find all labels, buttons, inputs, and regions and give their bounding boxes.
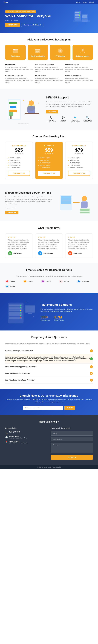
help-grid: Contact Sales 📞 1 (234) 456 9895 🕐 Servi… [5, 427, 93, 460]
stat-number-growth: 300+ [40, 315, 50, 320]
contact-chat: 💬 Chat us Live Chat [58, 116, 69, 122]
navigation: logo Home About Contact [0, 0, 98, 4]
plan-features-business: Unlimited Support 50GB hard drive 2 Own … [68, 156, 90, 169]
nav-about[interactable]: About [83, 1, 86, 3]
nav-contact[interactable]: Contact [89, 1, 94, 3]
feature-item: Email Integrations [68, 164, 90, 166]
plan-name-baby: BABY PLAN [38, 145, 60, 147]
testimonials-title: What People Say? [5, 226, 93, 230]
testimonial-author-0: SL Sheila Larson [8, 251, 30, 255]
svg-point-20 [14, 49, 15, 50]
os-grid-2: 💠 Fedora [5, 284, 93, 288]
svg-text:✦: ✦ [38, 102, 39, 104]
avatar-1: NS [38, 251, 42, 255]
help-submit-button[interactable]: Get Started [51, 455, 93, 460]
faq-item-2[interactable]: What are the hosting packages you offer?… [5, 364, 93, 370]
vps-label: VPS hosting [52, 55, 68, 57]
hero-section: ⚡ Don't miss limited-time savings. Savin… [0, 4, 98, 33]
faq-toggle-0[interactable]: + [90, 350, 93, 352]
choose-hatching-button[interactable]: CHOOSE PLAN [8, 171, 30, 176]
faq-toggle-2[interactable]: + [90, 365, 93, 368]
contact-answers: 🔍 Find answers KnowledgeBase [82, 116, 93, 122]
logo: logo [4, 1, 8, 3]
os-section: Free OS Setup for Dedicated Servers Need… [0, 263, 98, 294]
plan-card-web[interactable]: Web hosting [5, 45, 26, 60]
faq-toggle-1[interactable]: − [90, 358, 93, 360]
ubuntu-icon: 🟠 [23, 280, 27, 283]
get-started-button[interactable]: GET STARTED [5, 23, 20, 27]
testimonial-text-1: Prior sed libero velit faucibus turpis. … [38, 239, 60, 250]
author-name-2: Scott Smith [74, 252, 82, 254]
support-text: Duis aute irure dolor in reprehenderit i… [46, 101, 93, 108]
feature-free-domain: Free domain Duis aute irure dolor in rep… [5, 64, 33, 72]
faq-item-4[interactable]: Can I Test Drive' Any of Your Products? … [5, 377, 93, 384]
ubuntu-label: Ubuntu [28, 280, 33, 282]
support-get-started-button[interactable]: Get Started [46, 110, 58, 114]
search-icon: 🔍 [82, 116, 93, 119]
cta-submit-button[interactable]: SUBMIT [64, 406, 75, 410]
svg-rect-25 [36, 50, 40, 51]
choose-business-button[interactable]: CHOOSE PLAN [68, 171, 90, 176]
feature-item: Unlimited Support [38, 156, 60, 159]
choose-plan-section: Choose Your Hosting Plan HATCHING PLAN $… [0, 130, 98, 184]
migrate-button[interactable]: Free Migrate [5, 210, 18, 214]
clock-icon: 🕐 [5, 436, 8, 438]
svg-rect-26 [36, 51, 39, 52]
svg-point-64 [20, 310, 21, 311]
faq-item-3[interactable]: Does Web Hosting Include Email? + [5, 370, 93, 377]
svg-rect-54 [80, 212, 90, 213]
wordpress-icon [35, 48, 41, 54]
svg-rect-69 [26, 306, 35, 312]
contact-call: 📞 Call us (555) 356-1890 [46, 116, 56, 122]
os-fedora: 💠 Fedora [5, 284, 21, 288]
svg-point-63 [20, 308, 21, 308]
help-phone-number: 1 (234) 456 9895 [9, 431, 20, 433]
support-image: ★ ✦ Image from Freepik [5, 94, 42, 124]
testimonial-text-0: Prior sed libero velit faucibus turpis. … [8, 239, 30, 250]
hero-badge: ⚡ Don't miss limited-time savings. Savin… [5, 10, 36, 13]
svg-point-19 [13, 49, 14, 50]
help-form-title: Need help? Get in touch [51, 427, 93, 429]
help-email-input[interactable] [51, 437, 93, 441]
debian-label: Debian [10, 280, 15, 282]
stars-1: ★★★★★ [38, 236, 60, 238]
svg-point-67 [20, 317, 21, 318]
svg-point-62 [20, 305, 21, 306]
plan-card-dedicated[interactable]: Dedicated hosting [72, 45, 93, 60]
svg-rect-22 [13, 52, 16, 52]
avatar-2: SS [68, 251, 72, 255]
pricing-button[interactable]: Starting as only $4/Month [21, 23, 44, 27]
author-name-0: Sheila Larson [14, 252, 23, 254]
faq-toggle-3[interactable]: + [90, 372, 93, 375]
faq-item-0[interactable]: Does web hosting require a domain? + [5, 348, 93, 354]
hero-title: Web Hosting for Everyone [5, 14, 93, 18]
feature-item: Unlimited Support [38, 164, 60, 166]
cta-email-input[interactable] [23, 406, 63, 410]
twitter-icon: 🐦 [70, 116, 81, 119]
nav-home[interactable]: Home [76, 1, 80, 3]
faq-item-1[interactable]: Answer: Lorem ipsum dolor sit amet, cons… [5, 354, 93, 364]
plan-features-hatching: Unlimited Support 50GB hard drive 2 Own … [8, 156, 30, 169]
dedicated-icon [80, 48, 86, 54]
faq-toggle-4[interactable]: + [90, 379, 93, 382]
feature-site-transfers: Site transfers available Duis aute irure… [35, 64, 63, 72]
help-title: Need Some Help? [5, 420, 93, 423]
cta-form: SUBMIT [23, 406, 75, 410]
svg-rect-50 [81, 202, 88, 208]
os-debian: 🔴 Debian [5, 280, 21, 283]
help-message-input[interactable] [51, 443, 93, 453]
feature-bandwidth: Unmetered bandwidth Duis aute irure dolo… [5, 75, 33, 84]
dedicated-label: Dedicated hosting [74, 55, 91, 57]
plan-card-wordpress[interactable]: WordPress hosting [28, 45, 48, 60]
nav-links: Home About Contact [76, 1, 94, 3]
help-name-input[interactable] [51, 431, 93, 436]
feature-item: 1 GB for transfers [8, 166, 30, 169]
plan-card-vps[interactable]: VPS hosting [50, 45, 70, 60]
address-title: Office Address [9, 440, 28, 442]
features-grid: Free domain Duis aute irure dolor in rep… [5, 64, 93, 84]
cta-text: Lorem ipsum dolor sit amet, consectetur … [5, 399, 93, 403]
svg-marker-48 [78, 202, 80, 203]
faq-q-1: Answer: Lorem ipsum dolor sit amet, cons… [5, 356, 90, 362]
feature-uptime: 99.9% uptime Duis aute irure dolor in re… [35, 75, 63, 84]
choose-baby-button[interactable]: CHOOSE PLAN [38, 171, 60, 176]
